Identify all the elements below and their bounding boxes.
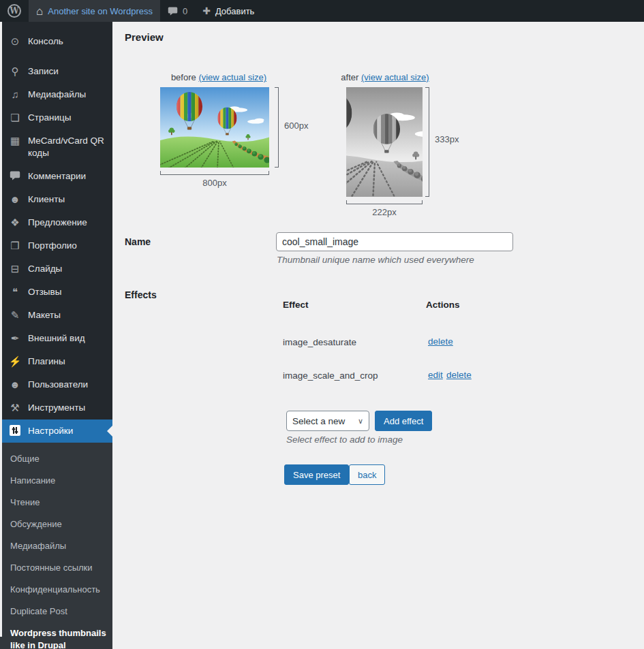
submenu-item-discussion[interactable]: Обсуждение (0, 513, 112, 535)
sidebar-item-label: Инструменты (28, 402, 85, 414)
effect-row-name: image_scale_and_crop (283, 370, 378, 381)
select-help-text: Select effect to add to image (286, 434, 403, 445)
height-bracket (425, 87, 429, 197)
name-field-label: Name (125, 236, 151, 247)
save-preset-button[interactable]: Save preset (284, 464, 349, 485)
site-name: Another site on Wordpress (48, 6, 153, 16)
effect-edit-link[interactable]: edit (428, 370, 443, 380)
sidebar-item-comments[interactable]: Комментарии (0, 165, 112, 188)
sidebar-item-pages[interactable]: ❏ Страницы (0, 106, 112, 129)
sidebar-item-posts[interactable]: ⚲ Записи (0, 60, 112, 83)
sidebar-item-portfolio[interactable]: ❒ Портфолио (0, 234, 112, 257)
sidebar-item-label: Клиенты (28, 193, 65, 206)
after-label: after (341, 72, 358, 82)
qr-code-icon: ▦ (8, 135, 22, 147)
sidebar-item-media[interactable]: ♫ Медиафайлы (0, 83, 112, 106)
sidebar-item-dashboard[interactable]: ⊙ Консоль (0, 30, 112, 53)
main-content: Preview before (view actual size) 600px … (112, 22, 644, 649)
sidebar-item-plugins[interactable]: ⚡ Плагины (0, 350, 112, 373)
sidebar-item-testimonials[interactable]: ❝ Отзывы (0, 281, 112, 304)
settings-sliders-icon (8, 425, 22, 437)
pencil-icon: ✎ (8, 309, 22, 321)
brush-icon: ✒ (8, 332, 22, 345)
add-effect-button[interactable]: Add effect (375, 411, 432, 431)
sidebar-item-label: Комментарии (28, 170, 86, 183)
before-preview-image (160, 87, 269, 168)
folder-icon: ❒ (8, 240, 22, 252)
submenu-item-permalinks[interactable]: Постоянные ссылки (0, 557, 112, 579)
plus-icon: ✚ (202, 5, 211, 16)
name-input[interactable] (276, 232, 513, 251)
pushpin-icon: ⚲ (8, 65, 22, 78)
submenu-item-general[interactable]: Общие (0, 448, 112, 470)
sidebar-item-label: Отзывы (28, 286, 61, 298)
tag-icon: ❖ (8, 217, 22, 229)
sidebar-item-label: Медиафайлы (28, 89, 86, 101)
admin-bar-site-link[interactable]: ⌂ Another site on Wordpress (29, 0, 160, 22)
effect-select[interactable]: Select a new ∨ (286, 411, 369, 431)
admin-bar-comments[interactable]: 0 (160, 0, 195, 22)
back-button[interactable]: back (349, 464, 385, 485)
quote-icon: ❝ (8, 286, 22, 298)
submenu-item-reading[interactable]: Чтение (0, 492, 112, 513)
name-help-text: Thumbnail unique name which used everywh… (277, 255, 474, 265)
sidebar-item-layouts[interactable]: ✎ Макеты (0, 304, 112, 327)
sidebar-item-appearance[interactable]: ✒ Внешний вид (0, 327, 112, 350)
before-label: before (171, 72, 196, 82)
width-bracket (346, 200, 423, 204)
home-icon: ⌂ (36, 5, 43, 17)
submenu-item-wp-thumbnails-drupal[interactable]: Wordpress thumbnails like in Drupal (0, 622, 112, 649)
height-bracket (275, 87, 279, 168)
chevron-down-icon: ∨ (358, 417, 363, 426)
effect-column-header: Effect (283, 300, 309, 310)
left-edge-highlight (0, 22, 2, 637)
dashboard-icon: ⊙ (8, 35, 22, 48)
slides-icon: ⊟ (8, 263, 22, 275)
actions-column-header: Actions (426, 300, 460, 310)
wordpress-logo-menu[interactable]: W (0, 0, 29, 22)
plugin-icon: ⚡ (8, 355, 22, 368)
sidebar-item-label: Плагины (28, 355, 65, 368)
after-width-label: 222px (346, 207, 423, 217)
sidebar-item-label: Предложение (28, 217, 87, 229)
sidebar-item-label: Портфолио (28, 240, 77, 252)
submenu-item-privacy[interactable]: Конфиденциальность (0, 579, 112, 601)
sidebar-item-clients[interactable]: ☻ Клиенты (0, 188, 112, 211)
submenu-item-duplicate-post[interactable]: Duplicate Post (0, 601, 112, 622)
page-title: Preview (125, 31, 164, 43)
wordpress-admin-page: W ⌂ Another site on Wordpress 0 ✚ Добави… (0, 0, 644, 649)
submenu-item-writing[interactable]: Написание (0, 470, 112, 492)
sidebar-item-mecard-qr[interactable]: ▦ MeCard/vCard QR коды (0, 129, 112, 165)
admin-sidebar: ⊙ Консоль ⚲ Записи ♫ Медиафайлы ❏ Страни… (0, 22, 112, 649)
sidebar-item-tools[interactable]: ⚒ Инструменты (0, 396, 112, 420)
sidebar-item-slides[interactable]: ⊟ Слайды (0, 257, 112, 281)
sidebar-item-label: Консоль (28, 35, 63, 48)
sidebar-item-offer[interactable]: ❖ Предложение (0, 211, 112, 234)
sidebar-item-label: Макеты (28, 309, 61, 321)
sidebar-item-label: Пользователи (28, 379, 88, 391)
width-bracket (160, 171, 269, 175)
effect-select-value: Select a new (292, 416, 345, 426)
before-caption: before (view actual size) (160, 72, 277, 82)
sidebar-item-users[interactable]: ☻ Пользователи (0, 373, 112, 396)
before-height-label: 600px (284, 121, 308, 131)
tools-icon: ⚒ (8, 402, 22, 414)
after-caption: after (view actual size) (337, 72, 433, 82)
sidebar-item-label: Настройки (28, 425, 73, 437)
before-view-actual-size-link[interactable]: (view actual size) (198, 72, 266, 82)
sidebar-item-label: Записи (28, 65, 59, 78)
sidebar-item-settings[interactable]: Настройки (0, 420, 112, 443)
admin-bar-new-menu[interactable]: ✚ Добавить (195, 0, 262, 22)
add-new-label: Добавить (215, 6, 254, 16)
effect-row-name: image_desaturate (283, 337, 356, 347)
comment-bubble-icon (8, 170, 22, 183)
wordpress-logo-icon: W (7, 4, 21, 18)
effect-delete-link[interactable]: delete (446, 370, 472, 380)
sidebar-item-label: Слайды (28, 263, 62, 275)
after-preview-image (346, 87, 423, 197)
after-view-actual-size-link[interactable]: (view actual size) (361, 72, 429, 82)
effect-delete-link[interactable]: delete (428, 336, 453, 347)
sidebar-item-label: Внешний вид (28, 332, 85, 345)
submenu-item-media[interactable]: Медиафайлы (0, 535, 112, 557)
before-width-label: 800px (160, 178, 269, 188)
